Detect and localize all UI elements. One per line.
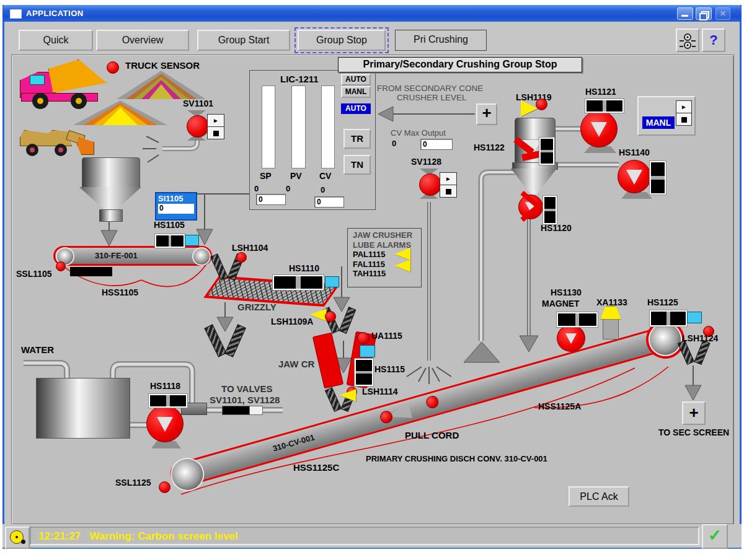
ssl1125-indicator[interactable] (159, 481, 170, 493)
cv-max-output-field[interactable]: 0 (420, 139, 453, 150)
water-label: WATER (21, 344, 54, 355)
hs1115-run-indicator (360, 345, 375, 357)
window-titlebar[interactable]: APPLICATION ✕ (2, 5, 742, 22)
help-button[interactable]: ? (702, 28, 725, 52)
truck-sensor-label: TRUCK SENSOR (125, 60, 200, 71)
restore-button[interactable] (696, 7, 712, 20)
hs1120-switch[interactable] (543, 196, 557, 224)
ssl1105-indicator[interactable] (56, 261, 66, 271)
lube-line2: LUBE ALARMS (353, 240, 421, 250)
to-valves-line1: TO VALVES (221, 383, 273, 394)
plc-ack-button[interactable]: PLC Ack (569, 486, 629, 507)
legend-black-bar (222, 406, 250, 415)
pal1115-label: PAL1115 (353, 250, 421, 260)
pullcord-switch[interactable] (425, 395, 440, 410)
pull-cord-label: PULL CORD (405, 430, 459, 440)
feeder-conveyor[interactable]: 310-FE-001 (53, 246, 212, 266)
sv1128-valve[interactable] (419, 173, 441, 196)
sv1101-button-panel[interactable]: ► (207, 114, 224, 139)
cv-bargraph (321, 85, 335, 168)
trend-button[interactable]: TR (343, 129, 371, 149)
jaw-crusher-label: JAW CR (278, 359, 314, 369)
secondary-cone-nav-button[interactable]: + (476, 103, 497, 125)
sv1128-stop-button[interactable] (440, 185, 456, 197)
manual-mode-button[interactable]: MANL (341, 86, 371, 98)
sp-input[interactable]: 0 (256, 194, 286, 205)
hs1110-switch[interactable] (273, 275, 324, 290)
si1105-value: 0 (158, 204, 194, 214)
hs1115-switch[interactable] (355, 359, 373, 386)
hs1130-switch[interactable] (557, 312, 598, 327)
lsh1109a-indicator[interactable] (325, 311, 336, 322)
tune-button[interactable]: TN (343, 155, 371, 175)
sp-label: SP (260, 171, 272, 181)
sv1101-open-button[interactable]: ► (208, 115, 224, 127)
manl-button-panel[interactable]: ► (676, 100, 692, 126)
hs1125-switch[interactable] (650, 310, 687, 326)
fal1115-label: FAL1115 (353, 260, 421, 269)
bell-icon (10, 530, 24, 544)
hs1105-run-indicator (185, 235, 199, 246)
pri-crushing-button[interactable]: Pri Crushing (395, 30, 487, 51)
lsh1124-label: LSH1124 (682, 333, 718, 343)
alarm-bell-button[interactable] (5, 527, 30, 549)
hs1105-switch[interactable] (155, 234, 185, 248)
hs1115-label: HS1115 (374, 364, 405, 374)
hs1140-label: HS1140 (619, 147, 650, 157)
quick-button[interactable]: Quick (19, 30, 93, 51)
hs1122-switch[interactable] (539, 138, 554, 165)
sv1101-stop-button[interactable] (208, 127, 224, 139)
hs1140-pump[interactable] (618, 160, 651, 193)
rollers-button[interactable] (676, 28, 699, 52)
sv1128-button-panel[interactable]: ► (440, 172, 457, 198)
manl-start-button[interactable]: ► (676, 101, 691, 113)
group-start-button[interactable]: Group Start (197, 30, 290, 51)
lube-line1: JAW CRUSHER (353, 230, 421, 240)
sv1101-label: SV1101 (183, 98, 213, 108)
hs1118-switch[interactable] (149, 394, 187, 408)
hs1125-label: HS1125 (647, 297, 678, 307)
lic1211-title: LIC-1211 (280, 74, 319, 84)
auto-mode-button[interactable]: AUTO (341, 74, 371, 85)
ssl1125-label: SSL1125 (115, 478, 151, 488)
cv-max-output-value: 0 (392, 139, 396, 148)
hss1105-label: HSS1105 (102, 287, 138, 297)
manl-mode-indicator: MANL (642, 116, 675, 129)
alarm-message[interactable]: 12:21:27 Warning: Carbon screen level (30, 527, 699, 545)
minimize-button[interactable] (677, 7, 693, 20)
hss1125a-label: HSS1125A (538, 401, 581, 411)
truck-sensor-indicator[interactable] (107, 61, 119, 74)
application-window: APPLICATION ✕ Quick Overview Group Start… (0, 0, 744, 560)
play-icon: ► (681, 103, 687, 110)
cv-label: CV (319, 171, 331, 181)
close-button[interactable]: ✕ (715, 7, 730, 20)
si1105-display[interactable]: SI1105 0 (155, 192, 197, 221)
hs1120-label: HS1120 (541, 223, 572, 233)
stop-icon (681, 117, 687, 123)
hs1110-run-indicator (325, 276, 339, 287)
from-secondary-line1: FROM SECONDARY CONE (377, 84, 483, 93)
overview-button[interactable]: Overview (96, 30, 189, 51)
feed-hopper-outlet (99, 209, 123, 222)
hs1140-switch[interactable] (650, 161, 666, 195)
sv1101-valve[interactable] (187, 115, 209, 138)
cv-input[interactable]: 0 (314, 196, 344, 208)
ack-check-button[interactable]: ✓ (702, 524, 728, 549)
hs1110-label: HS1110 (289, 263, 319, 273)
group-stop-button[interactable]: Group Stop (298, 30, 386, 51)
xa1133-label: XA1133 (596, 297, 627, 307)
sv1128-open-button[interactable]: ► (440, 173, 456, 185)
close-icon: ✕ (720, 9, 726, 18)
discharge-conveyor-tag: 310-CV-001 (272, 432, 316, 453)
hs1118-water-pump[interactable] (146, 405, 184, 442)
ua1115-indicator[interactable] (357, 332, 370, 344)
sec-screen-nav-button[interactable]: + (682, 401, 706, 425)
hs1121-switch[interactable] (585, 99, 624, 113)
ua1115-label: UA1115 (371, 331, 402, 341)
lsh1119-indicator[interactable] (536, 98, 547, 110)
hs1122-label: HS1122 (474, 142, 505, 152)
hs1121-pump[interactable] (580, 110, 618, 147)
manl-stop-button[interactable] (676, 113, 691, 125)
hs1130-magnet[interactable] (557, 325, 585, 352)
lsh1104-indicator[interactable] (236, 252, 247, 263)
